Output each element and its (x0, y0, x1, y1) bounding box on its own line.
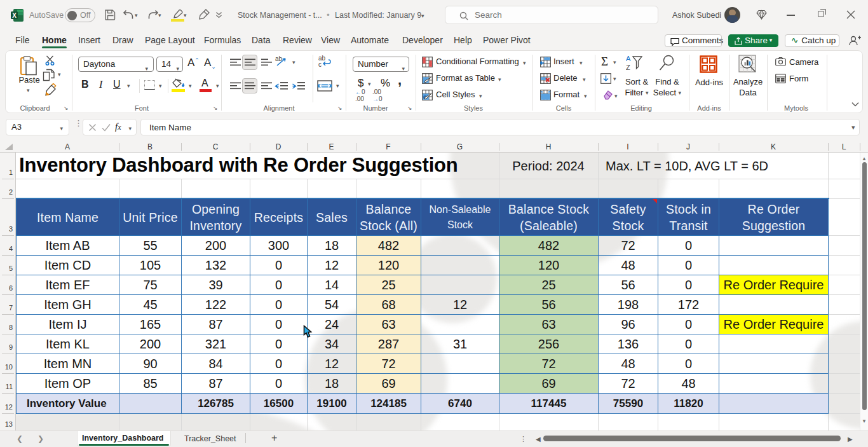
svg-text:Z: Z (626, 64, 630, 71)
svg-text:c: c (318, 61, 322, 67)
svg-text:X: X (12, 12, 17, 19)
svg-text:A: A (626, 55, 631, 62)
